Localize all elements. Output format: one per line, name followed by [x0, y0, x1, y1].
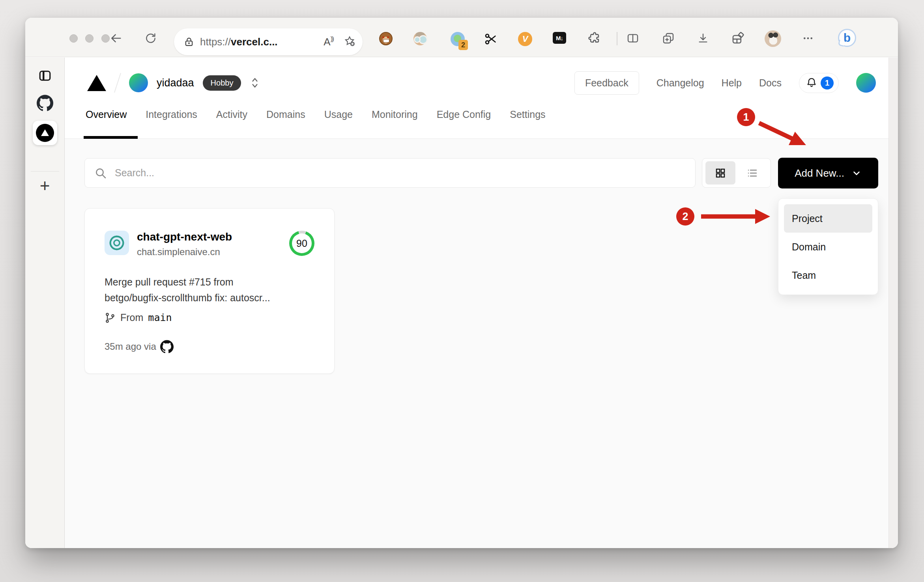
score-value: 90	[292, 233, 312, 253]
profile-avatar[interactable]	[765, 30, 781, 47]
add-new-button[interactable]: Add New...	[778, 158, 878, 188]
search-icon	[94, 167, 107, 179]
list-view-icon	[746, 167, 758, 179]
git-branch-icon	[105, 312, 116, 323]
read-aloud-button[interactable]: A))	[324, 36, 333, 48]
sidebar-tab-github[interactable]	[37, 95, 53, 111]
more-menu-button[interactable]	[799, 30, 817, 47]
search-bar[interactable]	[84, 158, 696, 188]
annotation-step-2: 2	[676, 207, 694, 226]
commit-message[interactable]: Merge pull request #715 from betgo/bugfi…	[105, 274, 314, 306]
dropdown-item-domain[interactable]: Domain	[784, 233, 872, 261]
browser-toolbar: https://vercel.c... A)) 2	[25, 18, 898, 57]
search-input[interactable]	[115, 167, 628, 179]
refresh-button[interactable]	[142, 30, 159, 47]
list-view-button[interactable]	[737, 161, 767, 185]
branch-row: From main	[105, 312, 314, 323]
downloads-button[interactable]	[694, 30, 712, 47]
vercel-page: yidadaa Hobby Feedback Changelog Help Do…	[65, 58, 898, 548]
annotation-step-1: 1	[737, 108, 755, 126]
sidebar-tab-vercel-active[interactable]	[33, 121, 57, 145]
branch-label: From	[120, 312, 143, 323]
breadcrumb: yidadaa Hobby	[87, 72, 260, 94]
proxy-extension-icon[interactable]: 2	[451, 32, 465, 46]
url-host: vercel.c...	[231, 36, 278, 48]
project-domain[interactable]: chat.simplenaive.cn	[137, 246, 232, 257]
chevron-down-icon	[851, 168, 862, 178]
tab-domains[interactable]: Domains	[266, 109, 305, 124]
notifications-button[interactable]: 1	[799, 73, 839, 93]
tab-activity[interactable]: Activity	[216, 109, 247, 124]
header-actions: Feedback Changelog Help Docs 1	[574, 71, 876, 95]
traffic-light-minimize[interactable]	[85, 34, 94, 43]
page-scrollbar[interactable]	[888, 58, 898, 548]
extensions-puzzle-icon[interactable]	[586, 30, 603, 47]
proxy-extension-badge: 2	[458, 40, 468, 50]
sidebar-divider	[31, 171, 59, 172]
browser-window: https://vercel.c... A)) 2	[25, 18, 898, 548]
branch-name: main	[148, 312, 172, 323]
star-plus-icon	[344, 35, 355, 47]
lock-icon	[183, 36, 195, 47]
deploy-meta: 35m ago via	[105, 340, 314, 353]
notification-count-badge: 1	[821, 76, 834, 90]
collections-button[interactable]	[660, 30, 677, 47]
traffic-light-close[interactable]	[69, 34, 78, 43]
docs-link[interactable]: Docs	[759, 77, 782, 89]
grid-view-button[interactable]	[705, 161, 735, 185]
toolbar-divider	[617, 32, 617, 45]
bing-chat-button[interactable]: b	[838, 29, 856, 47]
project-name[interactable]: chat-gpt-next-web	[137, 231, 232, 243]
tab-monitoring[interactable]: Monitoring	[372, 109, 418, 124]
plan-badge: Hobby	[203, 75, 241, 91]
desktop: https://vercel.c... A)) 2	[0, 0, 924, 582]
dropdown-item-project[interactable]: Project	[784, 204, 872, 233]
refresh-icon	[144, 32, 157, 45]
url-text: https://vercel.c...	[200, 36, 278, 48]
changelog-link[interactable]: Changelog	[657, 77, 704, 89]
add-favorite-button[interactable]	[344, 35, 355, 48]
browser-essentials-button[interactable]	[729, 30, 746, 47]
add-new-dropdown: Project Domain Team	[778, 198, 878, 295]
openai-logo-icon	[105, 231, 129, 255]
tab-overview[interactable]: Overview	[86, 109, 127, 124]
edge-sidebar: +	[25, 58, 65, 548]
github-icon	[160, 340, 174, 353]
monkey-extension-icon[interactable]	[379, 32, 393, 45]
team-name: yidadaa	[157, 77, 194, 89]
feedback-button[interactable]: Feedback	[574, 71, 639, 95]
back-arrow-icon	[109, 32, 123, 45]
back-button[interactable]	[107, 30, 125, 47]
sidebar-panel-button[interactable]	[38, 69, 52, 83]
score-gauge[interactable]: 90	[289, 231, 314, 256]
sidebar-add-button[interactable]: +	[40, 176, 50, 196]
help-link[interactable]: Help	[722, 77, 742, 89]
tab-usage[interactable]: Usage	[324, 109, 353, 124]
dropdown-item-team[interactable]: Team	[784, 261, 872, 289]
tab-edge-config[interactable]: Edge Config	[437, 109, 491, 124]
avatar-extension-icon[interactable]	[413, 32, 427, 45]
project-card[interactable]: chat-gpt-next-web chat.simplenaive.cn 90…	[84, 208, 335, 374]
team-avatar[interactable]	[129, 73, 148, 92]
grid-view-icon	[715, 167, 726, 179]
nav-tabs: Overview Integrations Activity Domains U…	[86, 109, 546, 124]
url-bar[interactable]: https://vercel.c... A))	[174, 28, 363, 55]
v-extension-icon[interactable]: V	[518, 32, 532, 46]
tab-integrations[interactable]: Integrations	[146, 109, 197, 124]
tab-settings[interactable]: Settings	[510, 109, 545, 124]
vercel-logo-icon	[33, 121, 57, 145]
split-screen-button[interactable]	[624, 30, 642, 47]
add-new-label: Add New...	[795, 167, 844, 179]
breadcrumb-divider	[114, 73, 121, 93]
active-tab-underline	[84, 136, 138, 139]
bell-icon	[806, 77, 817, 89]
vercel-header: yidadaa Hobby Feedback Changelog Help Do…	[65, 58, 898, 139]
team-switcher-chevrons[interactable]	[250, 77, 260, 89]
scissors-extension-icon[interactable]	[484, 32, 498, 48]
markdown-extension-icon[interactable]: M↓	[553, 32, 566, 44]
user-avatar[interactable]	[856, 73, 876, 93]
view-toggle	[702, 158, 771, 188]
vercel-triangle-logo[interactable]	[87, 75, 106, 91]
